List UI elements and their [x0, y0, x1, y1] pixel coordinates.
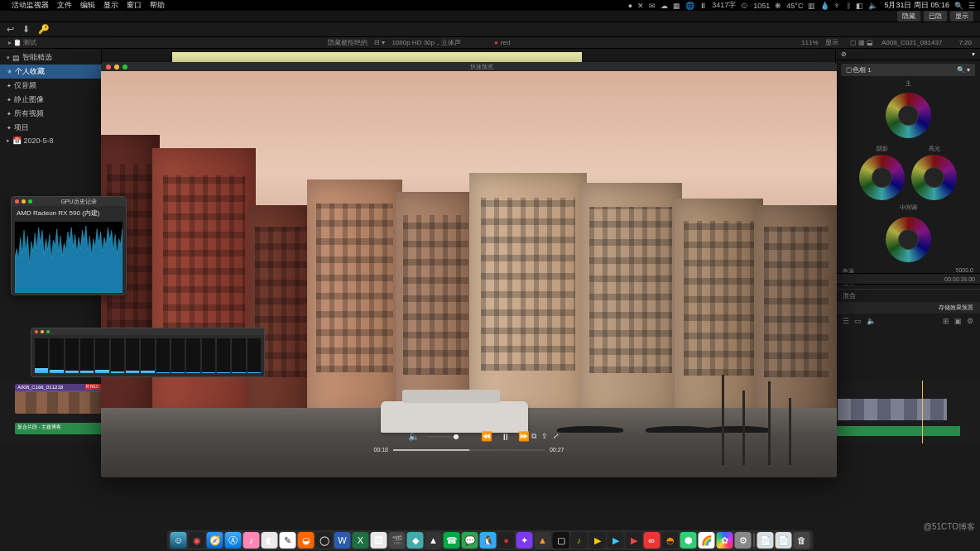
- tool-icon[interactable]: ⊞: [943, 317, 949, 325]
- keyword-icon[interactable]: 🔑: [38, 24, 50, 35]
- dock-word[interactable]: W: [334, 532, 351, 549]
- fullscreen-icon[interactable]: ⤢: [553, 432, 560, 441]
- status-mail-icon[interactable]: ✉: [649, 2, 656, 10]
- audio-meters-window[interactable]: [31, 328, 265, 377]
- share-icon[interactable]: ⇪: [541, 432, 548, 441]
- dock-chrome[interactable]: 🌈: [699, 532, 715, 549]
- save-preset-button[interactable]: 存储效果预置: [836, 302, 980, 314]
- zoom-icon[interactable]: [28, 199, 32, 204]
- menu-file[interactable]: 文件: [57, 0, 72, 11]
- dock-app12[interactable]: ▶: [626, 532, 642, 549]
- index-icon[interactable]: ☰: [843, 317, 849, 325]
- timeline-audio-clip[interactable]: 复合片段 - 主题博客: [15, 423, 102, 434]
- sidebar-item-projects[interactable]: ✦项目: [0, 121, 101, 135]
- chart-icon[interactable]: ▥: [808, 2, 815, 10]
- settings-icon[interactable]: ⚙: [967, 317, 973, 325]
- clip-icon[interactable]: ▭: [854, 317, 862, 325]
- dock-activity[interactable]: ◉: [189, 532, 205, 549]
- view-menu[interactable]: 显示: [825, 38, 838, 47]
- back-icon[interactable]: ↩: [7, 24, 14, 35]
- dock-app9[interactable]: ♪: [571, 532, 588, 549]
- dock[interactable]: ☺ ◉ 🧭 Ⓐ ♪ ◧ ✎ ◒ ◯ W X 🖼 🎬 ◆ ▲ ☎ 💬 🐧 ● ✦ …: [167, 530, 814, 550]
- color-wheel-shadows[interactable]: [859, 155, 905, 200]
- dock-terminal[interactable]: ▢: [553, 532, 569, 549]
- status-cloud-icon[interactable]: ☁: [661, 2, 668, 10]
- menu-window[interactable]: 窗口: [127, 0, 142, 11]
- sidebar-item-audio[interactable]: ✦仅音频: [0, 79, 101, 93]
- seg-show[interactable]: 显示: [950, 11, 973, 22]
- minimize-icon[interactable]: [41, 330, 44, 333]
- sidebar-item-smart[interactable]: ▾▤ 智能精选: [0, 50, 101, 65]
- dock-trash[interactable]: 🗑: [794, 532, 810, 549]
- dock-preview[interactable]: 🖼: [371, 532, 387, 549]
- zoom-label[interactable]: 111%: [801, 39, 818, 46]
- dock-finder[interactable]: ☺: [171, 532, 187, 549]
- volume-icon[interactable]: 🔈: [868, 2, 877, 10]
- inspector-toggle-icon[interactable]: ▢ ▦ ⬓: [850, 39, 873, 46]
- dock-app1[interactable]: ◧: [262, 532, 278, 549]
- close-icon[interactable]: [106, 65, 111, 69]
- sidebar-item-favorites[interactable]: ★个人收藏: [0, 65, 101, 79]
- dock-app8[interactable]: ✦: [516, 532, 533, 549]
- dock-appstore[interactable]: Ⓐ: [225, 532, 242, 549]
- dock-fcpx[interactable]: 🎬: [389, 532, 406, 549]
- no-effect-icon[interactable]: ⊘: [841, 50, 847, 58]
- sidebar-item-video[interactable]: ✦所有视频: [0, 107, 101, 121]
- forward-icon[interactable]: ⏩: [518, 431, 530, 442]
- dock-app13[interactable]: ∞: [644, 532, 661, 549]
- dock-qq[interactable]: 🐧: [480, 532, 497, 549]
- dock-app14[interactable]: ◓: [662, 532, 679, 549]
- scope-icon[interactable]: ▣: [954, 317, 962, 325]
- dock-app5[interactable]: ▲: [425, 532, 442, 549]
- bluetooth-icon[interactable]: ᛒ: [847, 2, 851, 10]
- play-pause-icon[interactable]: ⏸: [501, 432, 510, 442]
- datetime[interactable]: 5月31日 周日 05:16: [884, 0, 949, 11]
- dock-app2[interactable]: ◒: [298, 532, 315, 549]
- volume-slider[interactable]: [428, 436, 456, 438]
- seg-hide[interactable]: 隐藏: [897, 11, 920, 22]
- inspector-menu-icon[interactable]: ▾: [972, 50, 975, 58]
- dock-doc2[interactable]: 📄: [776, 532, 792, 549]
- timeline-clip-right[interactable]: [838, 399, 947, 420]
- control-center-icon[interactable]: ☰: [968, 2, 975, 10]
- color-wheel-highlights[interactable]: [911, 155, 957, 200]
- minimize-icon[interactable]: [114, 65, 119, 69]
- minimize-icon[interactable]: [22, 199, 26, 204]
- zoom-icon[interactable]: [122, 65, 127, 69]
- dock-app3[interactable]: ◯: [316, 532, 333, 549]
- dock-app7[interactable]: ●: [498, 532, 515, 549]
- color-preset-dropdown[interactable]: ▢ 色相 1🔍 ▾: [841, 64, 975, 76]
- color-wheel-master[interactable]: [886, 93, 931, 138]
- dock-app4[interactable]: ◆: [407, 532, 424, 549]
- filter-menu-icon[interactable]: ⊟ ▾: [374, 39, 385, 46]
- dock-doc1[interactable]: 📄: [757, 532, 774, 549]
- dock-app11[interactable]: ▶: [608, 532, 624, 549]
- gpu-history-window[interactable]: GPU历史记录 AMD Radeon RX 590 (内建): [11, 196, 127, 295]
- pip-icon[interactable]: ⧉: [531, 432, 536, 441]
- search-icon[interactable]: 🔍: [954, 2, 963, 10]
- scrubber[interactable]: [393, 449, 545, 451]
- dock-app15[interactable]: ⬢: [680, 532, 697, 549]
- dock-notes[interactable]: ✎: [280, 532, 296, 549]
- display-icon[interactable]: ◧: [856, 2, 863, 10]
- playhead[interactable]: [922, 381, 923, 443]
- dock-app10[interactable]: ▶: [589, 532, 606, 549]
- menu-view[interactable]: 显示: [103, 0, 118, 11]
- color-wheel-mid[interactable]: [886, 217, 931, 262]
- timeline-thumbnails[interactable]: [15, 392, 102, 414]
- mute-icon[interactable]: 🔈: [408, 431, 420, 442]
- filter-label[interactable]: 隐藏被拒绝的: [328, 38, 368, 47]
- dock-music[interactable]: ♪: [243, 532, 260, 549]
- zoom-icon[interactable]: [46, 330, 50, 333]
- dock-app6[interactable]: ☎: [444, 532, 460, 549]
- drop-icon[interactable]: 💧: [820, 2, 829, 10]
- status-box-icon[interactable]: ▦: [673, 2, 680, 10]
- timeline-audio-right[interactable]: [835, 426, 960, 436]
- sidebar-item-stills[interactable]: ✦静止图像: [0, 93, 101, 107]
- status-globe-icon[interactable]: 🌐: [685, 2, 694, 10]
- dock-safari[interactable]: 🧭: [207, 532, 223, 549]
- close-icon[interactable]: [35, 330, 38, 333]
- quicklook-titlebar[interactable]: 快速预览: [101, 62, 837, 71]
- dock-excel[interactable]: X: [353, 532, 369, 549]
- dock-vlc[interactable]: ▲: [535, 532, 551, 549]
